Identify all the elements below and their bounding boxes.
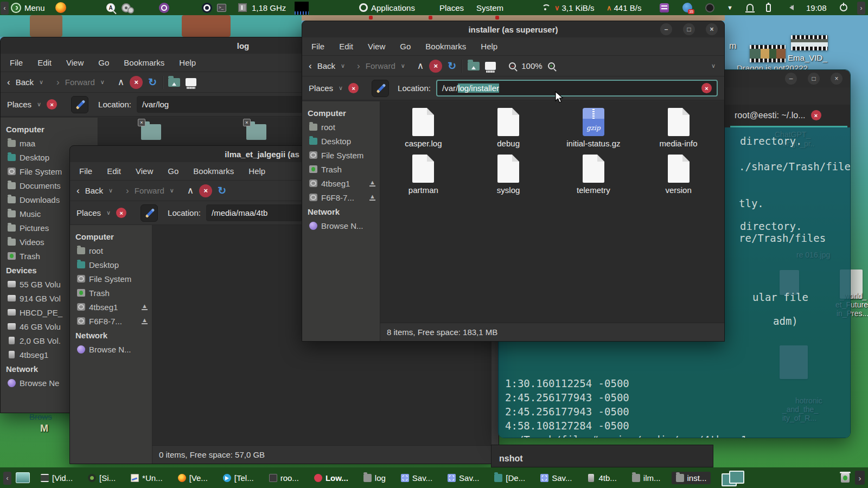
menu-item[interactable]: View — [368, 42, 385, 51]
privacy-tray-icon[interactable] — [705, 3, 714, 12]
trash-applet-icon[interactable] — [841, 473, 850, 483]
up-button[interactable]: ∧ — [118, 76, 124, 88]
file-item[interactable]: partman — [381, 155, 466, 195]
desktop-video-thumbnail[interactable] — [791, 35, 828, 50]
sidebar-item[interactable]: root — [70, 243, 152, 258]
window-title[interactable]: installer (as superuser) – □ × — [302, 21, 724, 37]
firefox-launcher-icon[interactable] — [55, 2, 66, 13]
taskbar-item[interactable]: Sav... — [397, 472, 437, 484]
applications-menu[interactable]: Applications — [359, 0, 415, 15]
stop-button[interactable]: × — [130, 76, 143, 89]
battery-icon[interactable] — [766, 4, 771, 12]
back-dropdown-icon[interactable]: ∨ — [39, 79, 43, 86]
places-menu[interactable]: Places — [439, 0, 464, 15]
up-button[interactable]: ∧ — [417, 60, 424, 72]
show-desktop-button[interactable] — [16, 472, 30, 483]
menu-item[interactable]: Help — [179, 58, 196, 67]
taskbar-item[interactable]: ilm... — [628, 472, 665, 484]
sidebar-item[interactable]: Browse N... — [302, 219, 380, 233]
zoom-out-icon[interactable]: − — [509, 62, 516, 69]
search-tool-icon[interactable]: A — [106, 3, 115, 12]
menu-item[interactable]: Help — [248, 166, 265, 176]
home-button[interactable] — [168, 78, 180, 87]
sidebar-item[interactable]: Trash — [70, 286, 152, 300]
sidebar-item[interactable]: root — [302, 120, 380, 134]
sidebar-item[interactable]: F6F8-7... ▲ — [70, 314, 152, 328]
tor-browser-icon[interactable] — [159, 3, 169, 13]
taskbar-item[interactable]: [De... — [490, 472, 529, 484]
refresh-button[interactable]: ↻ — [148, 76, 157, 88]
back-dropdown-icon[interactable]: ∨ — [341, 62, 345, 69]
sidebar-item[interactable]: Computer — [1, 122, 98, 136]
file-item[interactable]: version — [636, 155, 721, 195]
edit-location-button[interactable] — [71, 96, 88, 113]
panel-collapse-left-icon[interactable]: ‹ — [1, 2, 9, 15]
desktop-video-thumbnail[interactable] — [750, 45, 786, 62]
sidebar-item[interactable]: File System — [70, 272, 152, 286]
net-up-speed[interactable]: 441 B/s — [614, 3, 642, 12]
back-button[interactable]: Back — [317, 61, 335, 70]
taskbar-item[interactable]: inst... — [672, 472, 711, 484]
places-dropdown-icon[interactable]: ∨ — [37, 101, 41, 108]
notifications-bell-icon[interactable] — [746, 4, 754, 11]
mail-tray-icon[interactable]: 35 — [682, 3, 692, 12]
sidebar-item[interactable]: Browse N... — [70, 342, 152, 356]
forward-button[interactable]: Forward — [65, 78, 95, 87]
close-button[interactable]: × — [706, 23, 718, 35]
network-wifi-icon[interactable] — [540, 3, 550, 12]
close-tab-button[interactable]: × — [811, 110, 821, 120]
system-monitor-graph[interactable] — [295, 2, 309, 15]
eject-icon[interactable]: ▲ — [369, 180, 375, 187]
home-button[interactable] — [468, 62, 480, 70]
stop-button[interactable]: × — [429, 60, 442, 73]
refresh-button[interactable]: ↻ — [218, 184, 226, 197]
up-button[interactable]: ∧ — [187, 185, 194, 196]
computer-button[interactable] — [186, 78, 196, 86]
minimize-button[interactable]: – — [785, 73, 797, 85]
close-sidebar-button[interactable]: × — [47, 99, 57, 110]
pulseaudio-tray-icon[interactable] — [660, 3, 669, 12]
menu-item[interactable]: Edit — [107, 166, 121, 176]
file-item[interactable]: casper.log — [381, 108, 466, 148]
menu-item[interactable]: Bookmarks — [193, 166, 234, 176]
taskbar-item[interactable]: log — [359, 472, 390, 484]
menu-item[interactable]: Go — [168, 166, 178, 176]
forward-button[interactable]: Forward — [366, 61, 395, 70]
sidebar-item[interactable]: Network — [302, 204, 380, 219]
mate-menu-button[interactable]: Menu — [11, 0, 45, 15]
terminal-launcher-icon[interactable]: >_ — [217, 4, 226, 12]
file-item[interactable]: telemetry — [551, 155, 636, 195]
places-select[interactable]: Places — [7, 100, 31, 109]
window-list-icon[interactable] — [720, 470, 744, 485]
close-sidebar-button[interactable]: × — [348, 83, 359, 93]
menu-item[interactable]: File — [79, 166, 92, 176]
menu-item[interactable]: Edit — [37, 58, 52, 67]
taskbar-item[interactable]: [Tel... — [219, 472, 258, 484]
taskbar-item[interactable]: roo... — [265, 472, 303, 484]
dropdown-tray-icon[interactable]: ▼ — [727, 4, 733, 11]
taskbar-collapse-icon[interactable]: ‹ — [3, 472, 11, 485]
sidebar-item[interactable]: 4tbseg1 ▲ — [70, 300, 152, 314]
maximize-button[interactable]: □ — [683, 23, 695, 35]
location-input[interactable]: /var/log/installer× — [436, 80, 718, 97]
taskbar-item[interactable]: [Vid... — [36, 472, 77, 484]
clear-location-button[interactable]: × — [701, 83, 712, 93]
places-dropdown-icon[interactable]: ∨ — [339, 85, 343, 92]
clock[interactable]: 19:08 — [806, 0, 827, 15]
menu-item[interactable]: Go — [98, 58, 109, 67]
net-down-speed[interactable]: 3,1 KiB/s — [562, 3, 595, 12]
menu-item[interactable]: Edit — [339, 42, 353, 51]
sidebar-item[interactable]: 4tbseg1 ▲ — [302, 176, 380, 190]
back-dropdown-icon[interactable]: ∨ — [108, 187, 113, 194]
sidebar-item[interactable]: F6F8-7... ▲ — [302, 190, 380, 204]
menu-item[interactable]: File — [10, 58, 23, 67]
cpu-frequency[interactable]: 1,18 GHz — [252, 0, 286, 15]
places-dropdown-icon[interactable]: ∨ — [106, 209, 111, 216]
sidebar-item[interactable]: Computer — [70, 229, 152, 243]
panel-collapse-right-icon[interactable]: › — [857, 2, 865, 15]
system-menu[interactable]: System — [476, 0, 503, 15]
close-button[interactable]: × — [831, 73, 843, 85]
places-select[interactable]: Places — [309, 84, 333, 93]
zoom-in-icon[interactable]: + — [548, 62, 555, 69]
menu-item[interactable]: File — [311, 42, 324, 51]
